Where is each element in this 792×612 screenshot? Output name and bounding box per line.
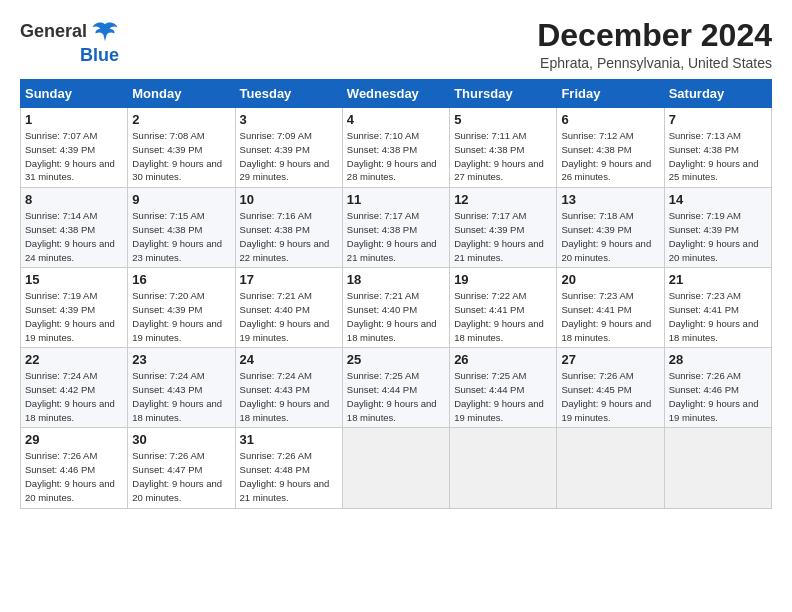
day-detail: Sunrise: 7:17 AMSunset: 4:38 PMDaylight:…	[347, 210, 437, 262]
day-number: 29	[25, 432, 123, 447]
day-number: 4	[347, 112, 445, 127]
day-detail: Sunrise: 7:26 AMSunset: 4:47 PMDaylight:…	[132, 450, 222, 502]
header-monday: Monday	[128, 80, 235, 108]
title-block: December 2024 Ephrata, Pennsylvania, Uni…	[537, 18, 772, 71]
weekday-header-row: Sunday Monday Tuesday Wednesday Thursday…	[21, 80, 772, 108]
day-number: 18	[347, 272, 445, 287]
day-detail: Sunrise: 7:26 AMSunset: 4:46 PMDaylight:…	[25, 450, 115, 502]
day-detail: Sunrise: 7:19 AMSunset: 4:39 PMDaylight:…	[669, 210, 759, 262]
table-row: 10 Sunrise: 7:16 AMSunset: 4:38 PMDaylig…	[235, 188, 342, 268]
table-row: 12 Sunrise: 7:17 AMSunset: 4:39 PMDaylig…	[450, 188, 557, 268]
day-detail: Sunrise: 7:26 AMSunset: 4:45 PMDaylight:…	[561, 370, 651, 422]
day-detail: Sunrise: 7:15 AMSunset: 4:38 PMDaylight:…	[132, 210, 222, 262]
table-row	[450, 428, 557, 508]
day-detail: Sunrise: 7:26 AMSunset: 4:48 PMDaylight:…	[240, 450, 330, 502]
day-detail: Sunrise: 7:23 AMSunset: 4:41 PMDaylight:…	[669, 290, 759, 342]
page: General Blue December 2024 Ephrata, Penn…	[0, 0, 792, 612]
day-detail: Sunrise: 7:09 AMSunset: 4:39 PMDaylight:…	[240, 130, 330, 182]
calendar-week-row: 1 Sunrise: 7:07 AMSunset: 4:39 PMDayligh…	[21, 108, 772, 188]
day-detail: Sunrise: 7:25 AMSunset: 4:44 PMDaylight:…	[347, 370, 437, 422]
day-number: 22	[25, 352, 123, 367]
day-number: 3	[240, 112, 338, 127]
logo-blue-text: Blue	[80, 46, 119, 66]
day-detail: Sunrise: 7:17 AMSunset: 4:39 PMDaylight:…	[454, 210, 544, 262]
day-number: 13	[561, 192, 659, 207]
day-number: 28	[669, 352, 767, 367]
calendar-week-row: 8 Sunrise: 7:14 AMSunset: 4:38 PMDayligh…	[21, 188, 772, 268]
table-row: 9 Sunrise: 7:15 AMSunset: 4:38 PMDayligh…	[128, 188, 235, 268]
day-number: 9	[132, 192, 230, 207]
table-row: 21 Sunrise: 7:23 AMSunset: 4:41 PMDaylig…	[664, 268, 771, 348]
day-number: 17	[240, 272, 338, 287]
day-detail: Sunrise: 7:25 AMSunset: 4:44 PMDaylight:…	[454, 370, 544, 422]
day-detail: Sunrise: 7:13 AMSunset: 4:38 PMDaylight:…	[669, 130, 759, 182]
day-detail: Sunrise: 7:22 AMSunset: 4:41 PMDaylight:…	[454, 290, 544, 342]
day-detail: Sunrise: 7:23 AMSunset: 4:41 PMDaylight:…	[561, 290, 651, 342]
day-number: 7	[669, 112, 767, 127]
day-detail: Sunrise: 7:21 AMSunset: 4:40 PMDaylight:…	[347, 290, 437, 342]
table-row: 4 Sunrise: 7:10 AMSunset: 4:38 PMDayligh…	[342, 108, 449, 188]
table-row: 14 Sunrise: 7:19 AMSunset: 4:39 PMDaylig…	[664, 188, 771, 268]
day-number: 27	[561, 352, 659, 367]
day-number: 19	[454, 272, 552, 287]
table-row	[664, 428, 771, 508]
logo-bird-icon	[91, 18, 119, 46]
table-row	[342, 428, 449, 508]
day-number: 12	[454, 192, 552, 207]
table-row: 29 Sunrise: 7:26 AMSunset: 4:46 PMDaylig…	[21, 428, 128, 508]
day-detail: Sunrise: 7:16 AMSunset: 4:38 PMDaylight:…	[240, 210, 330, 262]
day-detail: Sunrise: 7:26 AMSunset: 4:46 PMDaylight:…	[669, 370, 759, 422]
day-number: 25	[347, 352, 445, 367]
table-row: 13 Sunrise: 7:18 AMSunset: 4:39 PMDaylig…	[557, 188, 664, 268]
day-detail: Sunrise: 7:08 AMSunset: 4:39 PMDaylight:…	[132, 130, 222, 182]
day-number: 21	[669, 272, 767, 287]
table-row: 23 Sunrise: 7:24 AMSunset: 4:43 PMDaylig…	[128, 348, 235, 428]
header-wednesday: Wednesday	[342, 80, 449, 108]
table-row: 6 Sunrise: 7:12 AMSunset: 4:38 PMDayligh…	[557, 108, 664, 188]
header: General Blue December 2024 Ephrata, Penn…	[20, 18, 772, 71]
table-row: 28 Sunrise: 7:26 AMSunset: 4:46 PMDaylig…	[664, 348, 771, 428]
day-detail: Sunrise: 7:07 AMSunset: 4:39 PMDaylight:…	[25, 130, 115, 182]
table-row	[557, 428, 664, 508]
table-row: 7 Sunrise: 7:13 AMSunset: 4:38 PMDayligh…	[664, 108, 771, 188]
header-thursday: Thursday	[450, 80, 557, 108]
table-row: 1 Sunrise: 7:07 AMSunset: 4:39 PMDayligh…	[21, 108, 128, 188]
table-row: 27 Sunrise: 7:26 AMSunset: 4:45 PMDaylig…	[557, 348, 664, 428]
day-detail: Sunrise: 7:19 AMSunset: 4:39 PMDaylight:…	[25, 290, 115, 342]
day-number: 5	[454, 112, 552, 127]
calendar-week-row: 29 Sunrise: 7:26 AMSunset: 4:46 PMDaylig…	[21, 428, 772, 508]
table-row: 30 Sunrise: 7:26 AMSunset: 4:47 PMDaylig…	[128, 428, 235, 508]
location: Ephrata, Pennsylvania, United States	[537, 55, 772, 71]
table-row: 5 Sunrise: 7:11 AMSunset: 4:38 PMDayligh…	[450, 108, 557, 188]
table-row: 2 Sunrise: 7:08 AMSunset: 4:39 PMDayligh…	[128, 108, 235, 188]
day-detail: Sunrise: 7:10 AMSunset: 4:38 PMDaylight:…	[347, 130, 437, 182]
calendar-week-row: 22 Sunrise: 7:24 AMSunset: 4:42 PMDaylig…	[21, 348, 772, 428]
day-number: 20	[561, 272, 659, 287]
day-number: 2	[132, 112, 230, 127]
day-detail: Sunrise: 7:21 AMSunset: 4:40 PMDaylight:…	[240, 290, 330, 342]
table-row: 25 Sunrise: 7:25 AMSunset: 4:44 PMDaylig…	[342, 348, 449, 428]
table-row: 31 Sunrise: 7:26 AMSunset: 4:48 PMDaylig…	[235, 428, 342, 508]
table-row: 16 Sunrise: 7:20 AMSunset: 4:39 PMDaylig…	[128, 268, 235, 348]
day-detail: Sunrise: 7:11 AMSunset: 4:38 PMDaylight:…	[454, 130, 544, 182]
day-number: 26	[454, 352, 552, 367]
day-detail: Sunrise: 7:14 AMSunset: 4:38 PMDaylight:…	[25, 210, 115, 262]
day-number: 1	[25, 112, 123, 127]
table-row: 15 Sunrise: 7:19 AMSunset: 4:39 PMDaylig…	[21, 268, 128, 348]
day-number: 15	[25, 272, 123, 287]
day-number: 30	[132, 432, 230, 447]
day-detail: Sunrise: 7:24 AMSunset: 4:43 PMDaylight:…	[240, 370, 330, 422]
logo-general-text: General	[20, 22, 87, 42]
day-detail: Sunrise: 7:24 AMSunset: 4:43 PMDaylight:…	[132, 370, 222, 422]
header-tuesday: Tuesday	[235, 80, 342, 108]
calendar-table: Sunday Monday Tuesday Wednesday Thursday…	[20, 79, 772, 508]
day-detail: Sunrise: 7:12 AMSunset: 4:38 PMDaylight:…	[561, 130, 651, 182]
day-number: 8	[25, 192, 123, 207]
month-title: December 2024	[537, 18, 772, 53]
table-row: 24 Sunrise: 7:24 AMSunset: 4:43 PMDaylig…	[235, 348, 342, 428]
day-number: 31	[240, 432, 338, 447]
table-row: 20 Sunrise: 7:23 AMSunset: 4:41 PMDaylig…	[557, 268, 664, 348]
day-number: 10	[240, 192, 338, 207]
header-saturday: Saturday	[664, 80, 771, 108]
table-row: 18 Sunrise: 7:21 AMSunset: 4:40 PMDaylig…	[342, 268, 449, 348]
